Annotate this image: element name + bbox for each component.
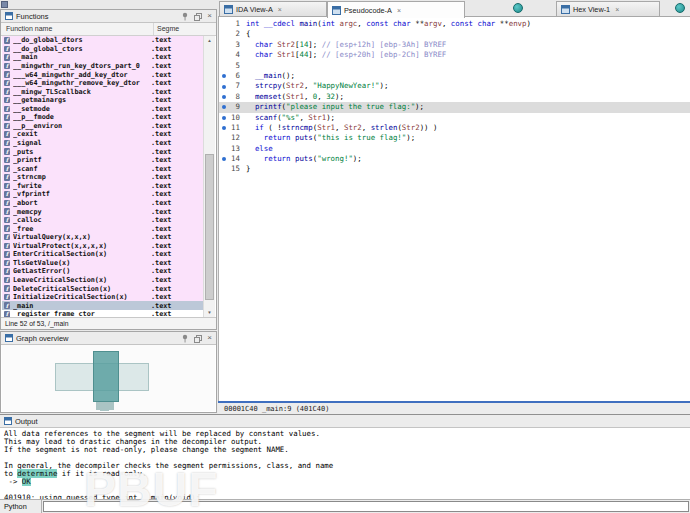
- graph-overview-canvas[interactable]: [2, 345, 215, 411]
- function-row[interactable]: f_free.text: [2, 224, 203, 233]
- graph-viewport-rect: [93, 351, 119, 402]
- column-function-name[interactable]: Function name: [1, 23, 154, 35]
- function-row[interactable]: f_main.text: [2, 301, 203, 310]
- function-name: VirtualQuery(x,x,x): [13, 233, 151, 241]
- function-icon: f: [4, 251, 10, 258]
- pseudocode-line[interactable]: 9 printf("please input the true flag:");: [219, 102, 690, 112]
- function-row[interactable]: f__mingw_TLScallback.text: [2, 87, 203, 96]
- pseudocode-line[interactable]: 2{: [219, 29, 690, 39]
- function-row[interactable]: f__p__fmode.text: [2, 113, 203, 122]
- function-row[interactable]: f_fwrite.text: [2, 182, 203, 191]
- function-row[interactable]: f___w64_mingwthr_remove_key_dtor.text: [2, 79, 203, 88]
- token-k: return: [264, 133, 291, 142]
- function-row[interactable]: f_printf.text: [2, 156, 203, 165]
- tab-close-icon[interactable]: ×: [397, 7, 401, 14]
- function-row[interactable]: fDeleteCriticalSection(x).text: [2, 284, 203, 293]
- token-k: int: [246, 19, 259, 28]
- functions-status-line: Line 52 of 53, /_main: [1, 317, 216, 329]
- function-row[interactable]: f_abort.text: [2, 199, 203, 208]
- graph-overview-titlebar[interactable]: Graph overview ×: [1, 332, 216, 345]
- pseudocode-line[interactable]: 13 else: [219, 144, 690, 154]
- function-row[interactable]: f__main.text: [2, 53, 203, 62]
- function-row[interactable]: f_calloc.text: [2, 216, 203, 225]
- functions-panel-titlebar[interactable]: Functions ×: [1, 10, 216, 23]
- functions-scrollbar[interactable]: ▲ ▼: [203, 36, 215, 317]
- pseudocode-line[interactable]: 14 return puts("wrong!");: [219, 154, 690, 164]
- view-indicator-icon[interactable]: [675, 3, 685, 13]
- function-row[interactable]: f__do_global_dtors.text: [2, 36, 203, 45]
- pseudocode-line[interactable]: 4 char Str1[44]; // [esp+20h] [ebp-2Ch] …: [219, 50, 690, 60]
- pseudocode-line[interactable]: 6 __main();: [219, 71, 690, 81]
- code-text: int __cdecl main(int argc, const char **…: [246, 19, 531, 28]
- function-row[interactable]: fLeaveCriticalSection(x).text: [2, 276, 203, 285]
- token-p: [246, 92, 255, 101]
- pseudocode-line[interactable]: 11 if ( !strncmp(Str1, Str2, strlen(Str2…: [219, 123, 690, 133]
- function-row[interactable]: f_cexit.text: [2, 130, 203, 139]
- function-segment: .text: [151, 208, 203, 216]
- function-row[interactable]: f_scanf.text: [2, 164, 203, 173]
- function-row[interactable]: fEnterCriticalSection(x).text: [2, 250, 203, 259]
- tab-hex-view-1[interactable]: Hex View-1 ×: [556, 1, 660, 17]
- tab-close-icon[interactable]: ×: [278, 6, 282, 13]
- pseudocode-line[interactable]: 15}: [219, 164, 690, 174]
- function-icon: f: [4, 165, 10, 172]
- function-row[interactable]: fGetLastError().text: [2, 267, 203, 276]
- function-row[interactable]: f__mingwthr_run_key_dtors_part_0.text: [2, 62, 203, 71]
- function-row[interactable]: f__setmode.text: [2, 105, 203, 114]
- function-row[interactable]: fInitializeCriticalSection(x).text: [2, 293, 203, 302]
- function-row[interactable]: f_strncmp.text: [2, 173, 203, 182]
- tab-ida-view-a[interactable]: IDA View-A ×: [219, 1, 327, 17]
- pseudocode-view[interactable]: 1int __cdecl main(int argc, const char *…: [218, 17, 690, 401]
- pseudocode-line[interactable]: 5: [219, 61, 690, 71]
- function-row[interactable]: f__p__environ.text: [2, 122, 203, 131]
- view-indicator-icon[interactable]: [513, 3, 523, 13]
- close-icon[interactable]: ×: [207, 12, 212, 20]
- token-p: [246, 154, 264, 163]
- function-name: _scanf: [13, 165, 151, 173]
- function-icon: f: [4, 208, 10, 215]
- function-icon: f: [4, 123, 10, 130]
- line-number: 13: [225, 144, 240, 154]
- function-name: InitializeCriticalSection(x): [13, 293, 151, 301]
- address-dot-empty: [222, 43, 226, 47]
- pseudocode-line[interactable]: 10 scanf("%s", Str1);: [219, 113, 690, 123]
- function-row[interactable]: fVirtualProtect(x,x,x,x).text: [2, 242, 203, 251]
- token-p: ();: [282, 71, 295, 80]
- python-label[interactable]: Python: [0, 500, 42, 513]
- token-p: );: [406, 133, 415, 142]
- close-icon[interactable]: ×: [207, 334, 212, 342]
- line-number: 2: [225, 29, 240, 39]
- token-p: [246, 81, 255, 90]
- scroll-down-icon[interactable]: ▼: [204, 308, 215, 317]
- scrollbar-thumb[interactable]: [205, 154, 214, 300]
- function-name: _register_frame_ctor: [13, 310, 151, 317]
- pseudocode-line[interactable]: 1int __cdecl main(int argc, const char *…: [219, 19, 690, 29]
- pseudocode-line[interactable]: 7 strcpy(Str2, "HappyNewYear!");: [219, 81, 690, 91]
- function-row[interactable]: f__do_global_ctors.text: [2, 45, 203, 54]
- function-row[interactable]: f_memcpy.text: [2, 207, 203, 216]
- tab-close-icon[interactable]: ×: [615, 6, 619, 13]
- functions-column-headers[interactable]: Function name Segme: [1, 23, 216, 36]
- python-command-input[interactable]: [43, 501, 689, 512]
- function-row[interactable]: f___w64_mingwthr_add_key_dtor.text: [2, 70, 203, 79]
- pseudocode-line[interactable]: 12 return puts("this is true flag!");: [219, 133, 690, 143]
- function-row[interactable]: f_register_frame_ctor.text: [2, 310, 203, 317]
- line-number: 9: [225, 102, 240, 112]
- function-row[interactable]: f_signal.text: [2, 139, 203, 148]
- functions-list[interactable]: f__do_global_dtors.textf__do_global_ctor…: [2, 36, 203, 317]
- scroll-up-icon[interactable]: ▲: [204, 36, 215, 45]
- function-row[interactable]: fVirtualQuery(x,x,x).text: [2, 233, 203, 242]
- function-row[interactable]: fTlsGetValue(x).text: [2, 259, 203, 268]
- column-segment[interactable]: Segme: [154, 23, 216, 35]
- tab-pseudocode-a[interactable]: Pseudocode-A ×: [327, 1, 465, 18]
- pseudocode-line[interactable]: 3 char Str2[14]; // [esp+12h] [ebp-3Ah] …: [219, 40, 690, 50]
- pseudocode-line[interactable]: 8 memset(Str1, 0, 32);: [219, 92, 690, 102]
- function-segment: .text: [151, 71, 203, 79]
- token-p: ,: [317, 92, 326, 101]
- output-titlebar[interactable]: Output: [0, 415, 690, 428]
- function-row[interactable]: f_puts.text: [2, 147, 203, 156]
- function-segment: .text: [151, 62, 203, 70]
- function-row[interactable]: f_vfprintf.text: [2, 190, 203, 199]
- function-icon: f: [4, 114, 10, 121]
- function-row[interactable]: f__getmainargs.text: [2, 96, 203, 105]
